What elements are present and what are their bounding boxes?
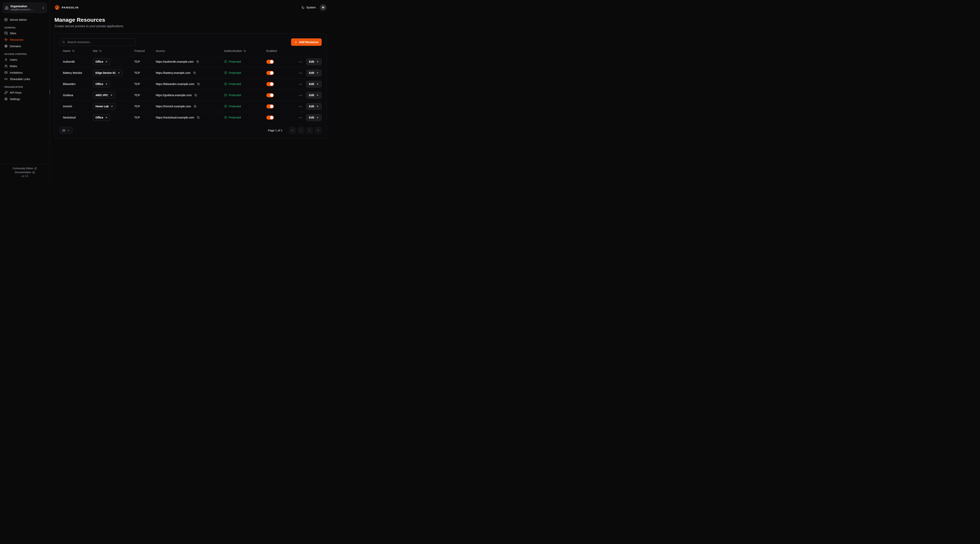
site-link-button[interactable]: Office: [93, 114, 110, 121]
protocol-cell: TCP: [134, 82, 156, 86]
site-link-button[interactable]: Office: [93, 81, 110, 87]
sidebar-item-roles[interactable]: Roles: [3, 63, 47, 69]
arrow-up-right-icon: [105, 116, 108, 119]
site-link-button[interactable]: AWS VPC: [93, 92, 115, 98]
toggle-knob: [270, 60, 274, 63]
row-more-button[interactable]: ⋯: [298, 104, 304, 109]
row-more-button[interactable]: ⋯: [298, 81, 304, 87]
sidebar-item-api-keys[interactable]: API Keys: [3, 89, 47, 96]
column-header-access: Access: [156, 49, 224, 52]
actions-cell: ⋯ Edit: [296, 70, 321, 76]
row-more-button[interactable]: ⋯: [298, 70, 304, 76]
table-row: Grafana AWS VPC TCP https://grafana.exam…: [59, 89, 321, 101]
user-icon: [4, 58, 8, 61]
page-indicator: Page 1 of 1: [268, 129, 282, 132]
sidebar-item-sites[interactable]: Sites: [3, 30, 47, 36]
users-icon: [4, 64, 8, 68]
table-body: Authentik Office TCP https://authentik.e…: [59, 56, 321, 123]
copy-url-button[interactable]: [194, 94, 197, 97]
enabled-cell: [266, 93, 296, 97]
edit-button[interactable]: Edit: [306, 59, 321, 65]
enabled-toggle[interactable]: [266, 105, 274, 108]
sidebar-item-settings[interactable]: Settings: [3, 96, 47, 102]
brand-name: PANGOLIN: [62, 6, 79, 9]
enabled-toggle[interactable]: [266, 60, 274, 64]
theme-toggle[interactable]: System: [301, 6, 316, 9]
sidebar-item-users[interactable]: Users: [3, 56, 47, 63]
access-url: https://authentik.example.com: [156, 60, 194, 63]
resource-name: Bitwarden: [59, 82, 93, 86]
sidebar-item-label: Invitations: [10, 71, 22, 74]
previous-page-button[interactable]: [298, 127, 304, 134]
avatar[interactable]: M: [320, 4, 326, 11]
enabled-toggle[interactable]: [266, 82, 274, 86]
sidebar-item-label: Resources: [10, 38, 23, 41]
site-cell: AWS VPC: [93, 92, 134, 98]
community-edition-link[interactable]: Community Edition: [2, 167, 48, 170]
copy-url-button[interactable]: [193, 105, 197, 108]
page-size-select[interactable]: 20: [59, 127, 73, 134]
access-cell: https://bitwarden.example.com: [156, 82, 224, 86]
sidebar-item-server-admin[interactable]: Server Admin: [3, 16, 47, 23]
toggle-knob: [270, 105, 274, 108]
site-cell: Office: [93, 81, 134, 87]
search-input[interactable]: [67, 40, 133, 44]
actions-cell: ⋯ Edit: [296, 103, 321, 110]
first-page-button[interactable]: [289, 127, 296, 134]
enabled-cell: [266, 105, 296, 108]
resource-name: Grafana: [59, 94, 93, 97]
enabled-toggle[interactable]: [266, 116, 274, 120]
arrow-up-right-icon: [118, 72, 120, 74]
add-resource-button[interactable]: Add Resource: [291, 38, 321, 46]
edit-label: Edit: [309, 82, 314, 86]
row-more-button[interactable]: ⋯: [298, 115, 304, 120]
row-more-button[interactable]: ⋯: [298, 59, 304, 64]
copy-url-button[interactable]: [196, 60, 199, 63]
site-name: Office: [95, 116, 103, 119]
documentation-link[interactable]: Documentation: [2, 170, 48, 174]
copy-url-button[interactable]: [197, 82, 200, 86]
site-link-button[interactable]: Home Lab: [93, 103, 116, 109]
toggle-knob: [270, 71, 274, 75]
site-link-button[interactable]: Edge Device 01: [93, 70, 123, 76]
page-size-value: 20: [62, 129, 65, 132]
site-name: Office: [95, 82, 103, 86]
copy-url-button[interactable]: [196, 116, 200, 119]
org-selector[interactable]: Organization milo@fossorial.io's ...: [3, 3, 47, 13]
row-more-button[interactable]: ⋯: [298, 93, 304, 98]
edit-button[interactable]: Edit: [306, 81, 321, 87]
enabled-toggle[interactable]: [266, 71, 274, 75]
copy-url-button[interactable]: [192, 71, 196, 75]
edit-button[interactable]: Edit: [306, 103, 321, 110]
shield-check-icon: [224, 82, 227, 86]
edit-button[interactable]: Edit: [306, 114, 321, 121]
arrow-up-right-icon: [105, 60, 108, 63]
column-header-name[interactable]: Name: [59, 49, 93, 52]
sidebar-item-invitations[interactable]: Invitations: [3, 69, 47, 76]
copy-icon: [194, 105, 197, 108]
authentication-status: Protected: [229, 116, 241, 119]
arrow-right-icon: [316, 60, 319, 63]
edit-button[interactable]: Edit: [306, 92, 321, 99]
access-cell: https://battery.example.com: [156, 71, 224, 75]
authentication-cell: Protected: [224, 105, 266, 108]
chevron-right-icon: [308, 129, 311, 132]
edit-button[interactable]: Edit: [306, 70, 321, 76]
access-url: https://bitwarden.example.com: [156, 82, 194, 86]
site-link-button[interactable]: Office: [93, 59, 110, 65]
column-header-site[interactable]: Site: [93, 49, 134, 52]
column-header-authentication[interactable]: Authentication: [224, 49, 266, 52]
topbar: PANGOLIN System M: [54, 3, 326, 12]
next-page-button[interactable]: [306, 127, 313, 134]
arrow-right-icon: [316, 116, 319, 119]
table-row: Nextcloud Office TCP https://nextcloud.e…: [59, 112, 321, 123]
sidebar-item-resources[interactable]: Resources: [3, 36, 47, 43]
site-name: Edge Device 01: [95, 71, 116, 75]
resource-name: Immich: [59, 105, 93, 108]
edit-label: Edit: [309, 71, 314, 75]
last-page-button[interactable]: [315, 127, 321, 134]
enabled-toggle[interactable]: [266, 93, 274, 97]
sidebar-item-domains[interactable]: Domains: [3, 43, 47, 49]
sidebar-resize-handle[interactable]: [49, 89, 50, 94]
sidebar-item-shareable-links[interactable]: Shareable Links: [3, 76, 47, 82]
